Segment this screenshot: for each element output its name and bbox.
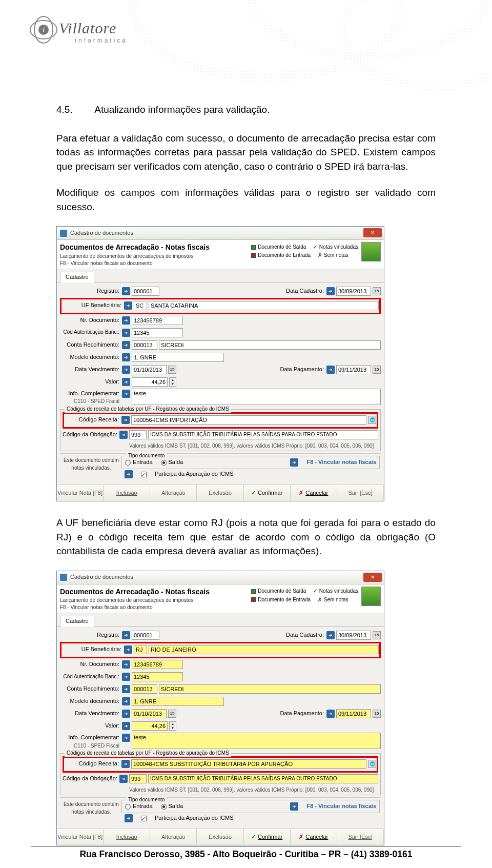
calendar-icon[interactable]: 15	[373, 631, 381, 639]
datapag-input[interactable]: 09/11/2013	[336, 365, 371, 374]
btn-confirmar[interactable]: ✓Confirmar	[244, 829, 291, 845]
datacad-input[interactable]: 30/09/2013	[336, 287, 371, 296]
datacad-input[interactable]: 30/09/2013	[336, 631, 371, 640]
modelo-input[interactable]: 1. GNRE	[132, 353, 224, 362]
btn-exclusao[interactable]: Exclusão	[197, 829, 243, 845]
uf-name-input[interactable]: RIO DE JANEIRO	[149, 645, 379, 654]
arrow-icon[interactable]	[122, 722, 130, 730]
arrow-icon[interactable]	[290, 458, 298, 467]
arrow-icon[interactable]	[122, 685, 130, 693]
lbl-info: Info. Complementar:	[68, 390, 119, 396]
arrow-icon[interactable]	[326, 366, 335, 374]
group-title: Códigos de receita de tabelas por UF - R…	[65, 406, 231, 413]
globe-icon[interactable]: 🌐	[368, 416, 376, 424]
contarec-code-input[interactable]: 000013	[132, 684, 157, 694]
arrow-icon[interactable]	[121, 416, 130, 424]
contarec-code-input[interactable]: 000013	[132, 340, 157, 350]
nrdoc-input[interactable]: 123456789	[132, 316, 183, 325]
registro-input[interactable]: 000001	[132, 631, 159, 640]
arrow-icon[interactable]	[326, 631, 335, 639]
arrow-icon[interactable]	[290, 802, 298, 811]
arrow-icon[interactable]	[122, 390, 130, 398]
lbl-modelo: Modelo documento:	[60, 353, 120, 361]
link-f8[interactable]: F8 - Vincular notas fiscais	[306, 802, 376, 811]
contarec-name-input[interactable]: SICREDI	[159, 340, 381, 350]
info-input[interactable]: teste	[132, 389, 381, 405]
arrow-icon[interactable]	[122, 734, 130, 742]
radio-saida[interactable]	[161, 460, 167, 466]
btn-cancelar[interactable]: ✗Cancelar	[291, 485, 337, 501]
arrow-icon[interactable]	[122, 353, 130, 361]
uf-name-input[interactable]: SANTA CATARINA	[149, 301, 379, 310]
arrow-icon[interactable]	[326, 710, 335, 718]
btn-cancelar[interactable]: ✗Cancelar	[291, 829, 337, 845]
arrow-icon[interactable]	[326, 287, 335, 295]
stepper-icon[interactable]: ▲▼	[169, 721, 176, 731]
datapag-input[interactable]: 09/11/2013	[336, 709, 371, 718]
link-f8[interactable]: F8 - Vincular notas fiscais	[306, 458, 376, 467]
arrow-icon[interactable]	[122, 366, 130, 374]
calendar-icon[interactable]: 15	[373, 366, 381, 374]
codobr-name-input[interactable]: ICMS DA SUBSTITUIÇÃO TRIBUTÁRIA PELAS SA…	[148, 774, 378, 783]
arrow-icon[interactable]	[122, 697, 130, 705]
checkbox-participa[interactable]	[141, 472, 147, 477]
info-input[interactable]: teste	[132, 733, 381, 749]
arrow-icon[interactable]	[124, 301, 132, 310]
valor-input[interactable]: 44,26	[132, 721, 168, 731]
arrow-icon[interactable]	[122, 341, 130, 349]
codobr-code-input[interactable]: 999	[129, 774, 147, 783]
nrdoc-input[interactable]: 123456789	[132, 660, 183, 669]
arrow-icon[interactable]	[125, 470, 133, 478]
btn-sair[interactable]: Sair [Esc]	[337, 829, 384, 845]
codaut-input[interactable]: 12345	[132, 672, 183, 681]
codobr-name-input[interactable]: ICMS DA SUBSTITUIÇÃO TRIBUTÁRIA PELAS SA…	[148, 430, 378, 439]
arrow-icon[interactable]	[119, 431, 128, 439]
globe-icon[interactable]: 🌐	[368, 760, 376, 768]
arrow-icon[interactable]	[122, 329, 130, 337]
uf-code-input[interactable]: RJ	[134, 645, 147, 654]
arrow-icon[interactable]	[124, 645, 132, 654]
calendar-icon[interactable]: 15	[373, 710, 381, 718]
stepper-icon[interactable]: ▲▼	[169, 377, 176, 387]
radio-entrada[interactable]	[125, 460, 131, 466]
arrow-icon[interactable]	[122, 287, 130, 295]
arrow-icon[interactable]	[122, 710, 130, 718]
valor-input[interactable]: 44,26	[132, 377, 168, 387]
checkbox-participa[interactable]	[141, 816, 147, 821]
calendar-icon[interactable]: 15	[168, 710, 176, 718]
btn-vincular[interactable]: Vincular Nota [F8]	[57, 485, 104, 501]
arrow-icon[interactable]	[119, 775, 128, 783]
uf-code-input[interactable]: SC	[134, 301, 147, 310]
highlight-uf: UF Beneficiária: RJ RIO DE JANEIRO	[60, 642, 381, 658]
btn-alteracao[interactable]: Alteração	[150, 829, 197, 845]
arrow-icon[interactable]	[122, 378, 130, 386]
radio-entrada[interactable]	[125, 804, 131, 810]
arrow-icon[interactable]	[122, 316, 130, 325]
codobr-code-input[interactable]: 999	[129, 430, 147, 439]
btn-inclusao[interactable]: Inclusão	[104, 829, 150, 845]
arrow-icon[interactable]	[122, 660, 130, 669]
btn-vincular[interactable]: Vincular Nota [F8]	[57, 829, 104, 845]
radio-saida[interactable]	[161, 804, 167, 810]
tab-cadastro[interactable]: Cadastro	[60, 272, 94, 282]
btn-inclusao[interactable]: Inclusão	[104, 485, 150, 501]
arrow-icon[interactable]	[125, 814, 133, 822]
contarec-name-input[interactable]: SICREDI	[159, 684, 381, 694]
arrow-icon[interactable]	[122, 631, 130, 639]
datavenc-input[interactable]: 01/10/2013	[132, 365, 167, 374]
calendar-icon[interactable]: 15	[168, 366, 176, 374]
arrow-icon[interactable]	[121, 760, 130, 768]
calendar-icon[interactable]: 15	[373, 287, 381, 295]
arrow-icon[interactable]	[122, 673, 130, 681]
modelo-input[interactable]: 1. GNRE	[132, 697, 224, 706]
btn-alteracao[interactable]: Alteração	[150, 485, 197, 501]
close-icon[interactable]	[363, 228, 382, 237]
registro-input[interactable]: 000001	[132, 287, 159, 296]
tab-cadastro[interactable]: Cadastro	[60, 616, 94, 627]
close-icon[interactable]	[363, 573, 382, 582]
btn-confirmar[interactable]: ✓Confirmar	[244, 485, 291, 501]
datavenc-input[interactable]: 01/10/2013	[132, 709, 167, 718]
codaut-input[interactable]: 12345	[132, 328, 183, 337]
btn-sair[interactable]: Sair [Esc]	[337, 485, 384, 501]
btn-exclusao[interactable]: Exclusão	[197, 485, 243, 501]
